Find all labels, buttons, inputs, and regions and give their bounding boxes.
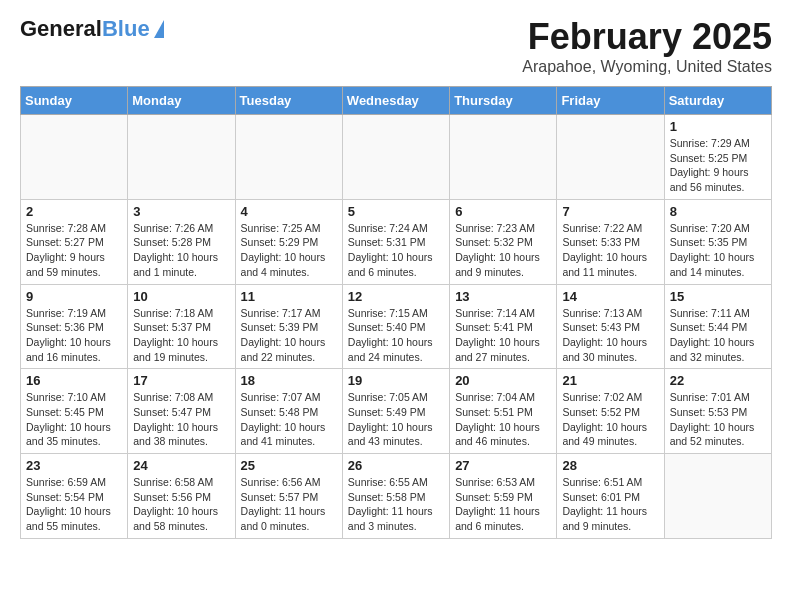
logo-general: General	[20, 16, 102, 42]
logo: General Blue	[20, 16, 164, 42]
calendar-cell-0-6: 1Sunrise: 7:29 AM Sunset: 5:25 PM Daylig…	[664, 115, 771, 200]
calendar-cell-2-1: 10Sunrise: 7:18 AM Sunset: 5:37 PM Dayli…	[128, 284, 235, 369]
day-number-1-3: 5	[348, 204, 444, 219]
day-number-2-2: 11	[241, 289, 337, 304]
page-title: February 2025	[522, 16, 772, 58]
day-info-1-3: Sunrise: 7:24 AM Sunset: 5:31 PM Dayligh…	[348, 221, 444, 280]
day-number-2-4: 13	[455, 289, 551, 304]
calendar-cell-1-3: 5Sunrise: 7:24 AM Sunset: 5:31 PM Daylig…	[342, 199, 449, 284]
day-number-1-1: 3	[133, 204, 229, 219]
day-info-4-5: Sunrise: 6:51 AM Sunset: 6:01 PM Dayligh…	[562, 475, 658, 534]
calendar-cell-4-0: 23Sunrise: 6:59 AM Sunset: 5:54 PM Dayli…	[21, 454, 128, 539]
header-wednesday: Wednesday	[342, 87, 449, 115]
day-info-1-2: Sunrise: 7:25 AM Sunset: 5:29 PM Dayligh…	[241, 221, 337, 280]
day-info-3-3: Sunrise: 7:05 AM Sunset: 5:49 PM Dayligh…	[348, 390, 444, 449]
day-number-4-5: 28	[562, 458, 658, 473]
calendar-cell-0-3	[342, 115, 449, 200]
calendar-cell-3-5: 21Sunrise: 7:02 AM Sunset: 5:52 PM Dayli…	[557, 369, 664, 454]
calendar-cell-4-1: 24Sunrise: 6:58 AM Sunset: 5:56 PM Dayli…	[128, 454, 235, 539]
title-block: February 2025 Arapahoe, Wyoming, United …	[522, 16, 772, 76]
header-saturday: Saturday	[664, 87, 771, 115]
day-number-4-1: 24	[133, 458, 229, 473]
day-info-1-6: Sunrise: 7:20 AM Sunset: 5:35 PM Dayligh…	[670, 221, 766, 280]
calendar-cell-1-6: 8Sunrise: 7:20 AM Sunset: 5:35 PM Daylig…	[664, 199, 771, 284]
calendar-cell-2-5: 14Sunrise: 7:13 AM Sunset: 5:43 PM Dayli…	[557, 284, 664, 369]
day-number-4-0: 23	[26, 458, 122, 473]
calendar-cell-4-6	[664, 454, 771, 539]
calendar-cell-3-2: 18Sunrise: 7:07 AM Sunset: 5:48 PM Dayli…	[235, 369, 342, 454]
day-info-1-5: Sunrise: 7:22 AM Sunset: 5:33 PM Dayligh…	[562, 221, 658, 280]
day-info-4-1: Sunrise: 6:58 AM Sunset: 5:56 PM Dayligh…	[133, 475, 229, 534]
calendar-cell-1-2: 4Sunrise: 7:25 AM Sunset: 5:29 PM Daylig…	[235, 199, 342, 284]
calendar-cell-1-0: 2Sunrise: 7:28 AM Sunset: 5:27 PM Daylig…	[21, 199, 128, 284]
day-number-1-6: 8	[670, 204, 766, 219]
day-number-1-5: 7	[562, 204, 658, 219]
day-number-1-0: 2	[26, 204, 122, 219]
calendar-cell-0-0	[21, 115, 128, 200]
day-info-3-2: Sunrise: 7:07 AM Sunset: 5:48 PM Dayligh…	[241, 390, 337, 449]
day-info-3-5: Sunrise: 7:02 AM Sunset: 5:52 PM Dayligh…	[562, 390, 658, 449]
day-number-2-5: 14	[562, 289, 658, 304]
week-row-4: 23Sunrise: 6:59 AM Sunset: 5:54 PM Dayli…	[21, 454, 772, 539]
calendar-cell-2-4: 13Sunrise: 7:14 AM Sunset: 5:41 PM Dayli…	[450, 284, 557, 369]
week-row-0: 1Sunrise: 7:29 AM Sunset: 5:25 PM Daylig…	[21, 115, 772, 200]
day-number-3-5: 21	[562, 373, 658, 388]
day-info-1-1: Sunrise: 7:26 AM Sunset: 5:28 PM Dayligh…	[133, 221, 229, 280]
calendar-cell-4-5: 28Sunrise: 6:51 AM Sunset: 6:01 PM Dayli…	[557, 454, 664, 539]
calendar-cell-0-2	[235, 115, 342, 200]
day-info-2-1: Sunrise: 7:18 AM Sunset: 5:37 PM Dayligh…	[133, 306, 229, 365]
day-number-3-3: 19	[348, 373, 444, 388]
day-number-3-4: 20	[455, 373, 551, 388]
day-info-4-0: Sunrise: 6:59 AM Sunset: 5:54 PM Dayligh…	[26, 475, 122, 534]
page-subtitle: Arapahoe, Wyoming, United States	[522, 58, 772, 76]
day-info-2-0: Sunrise: 7:19 AM Sunset: 5:36 PM Dayligh…	[26, 306, 122, 365]
calendar-cell-0-1	[128, 115, 235, 200]
day-info-2-4: Sunrise: 7:14 AM Sunset: 5:41 PM Dayligh…	[455, 306, 551, 365]
day-info-4-4: Sunrise: 6:53 AM Sunset: 5:59 PM Dayligh…	[455, 475, 551, 534]
header-monday: Monday	[128, 87, 235, 115]
week-row-3: 16Sunrise: 7:10 AM Sunset: 5:45 PM Dayli…	[21, 369, 772, 454]
calendar-cell-3-3: 19Sunrise: 7:05 AM Sunset: 5:49 PM Dayli…	[342, 369, 449, 454]
day-number-2-0: 9	[26, 289, 122, 304]
weekday-header-row: Sunday Monday Tuesday Wednesday Thursday…	[21, 87, 772, 115]
day-info-4-2: Sunrise: 6:56 AM Sunset: 5:57 PM Dayligh…	[241, 475, 337, 534]
calendar-cell-4-3: 26Sunrise: 6:55 AM Sunset: 5:58 PM Dayli…	[342, 454, 449, 539]
day-info-3-0: Sunrise: 7:10 AM Sunset: 5:45 PM Dayligh…	[26, 390, 122, 449]
day-info-0-6: Sunrise: 7:29 AM Sunset: 5:25 PM Dayligh…	[670, 136, 766, 195]
calendar-cell-2-6: 15Sunrise: 7:11 AM Sunset: 5:44 PM Dayli…	[664, 284, 771, 369]
day-number-2-3: 12	[348, 289, 444, 304]
day-info-1-0: Sunrise: 7:28 AM Sunset: 5:27 PM Dayligh…	[26, 221, 122, 280]
calendar-cell-3-4: 20Sunrise: 7:04 AM Sunset: 5:51 PM Dayli…	[450, 369, 557, 454]
day-info-2-2: Sunrise: 7:17 AM Sunset: 5:39 PM Dayligh…	[241, 306, 337, 365]
day-number-0-6: 1	[670, 119, 766, 134]
day-number-4-3: 26	[348, 458, 444, 473]
day-info-2-5: Sunrise: 7:13 AM Sunset: 5:43 PM Dayligh…	[562, 306, 658, 365]
page-container: General Blue February 2025 Arapahoe, Wyo…	[0, 0, 792, 559]
week-row-1: 2Sunrise: 7:28 AM Sunset: 5:27 PM Daylig…	[21, 199, 772, 284]
logo-blue: Blue	[102, 16, 150, 42]
day-info-1-4: Sunrise: 7:23 AM Sunset: 5:32 PM Dayligh…	[455, 221, 551, 280]
page-header: General Blue February 2025 Arapahoe, Wyo…	[20, 16, 772, 76]
calendar-cell-4-4: 27Sunrise: 6:53 AM Sunset: 5:59 PM Dayli…	[450, 454, 557, 539]
day-number-3-0: 16	[26, 373, 122, 388]
calendar-cell-1-1: 3Sunrise: 7:26 AM Sunset: 5:28 PM Daylig…	[128, 199, 235, 284]
day-number-4-4: 27	[455, 458, 551, 473]
day-info-3-6: Sunrise: 7:01 AM Sunset: 5:53 PM Dayligh…	[670, 390, 766, 449]
day-number-3-1: 17	[133, 373, 229, 388]
day-info-4-3: Sunrise: 6:55 AM Sunset: 5:58 PM Dayligh…	[348, 475, 444, 534]
logo-triangle-icon	[154, 20, 164, 38]
calendar-cell-1-5: 7Sunrise: 7:22 AM Sunset: 5:33 PM Daylig…	[557, 199, 664, 284]
day-number-1-4: 6	[455, 204, 551, 219]
day-info-3-1: Sunrise: 7:08 AM Sunset: 5:47 PM Dayligh…	[133, 390, 229, 449]
day-number-2-1: 10	[133, 289, 229, 304]
day-number-3-6: 22	[670, 373, 766, 388]
calendar-cell-0-5	[557, 115, 664, 200]
calendar-cell-3-1: 17Sunrise: 7:08 AM Sunset: 5:47 PM Dayli…	[128, 369, 235, 454]
calendar-cell-1-4: 6Sunrise: 7:23 AM Sunset: 5:32 PM Daylig…	[450, 199, 557, 284]
day-number-1-2: 4	[241, 204, 337, 219]
header-tuesday: Tuesday	[235, 87, 342, 115]
header-sunday: Sunday	[21, 87, 128, 115]
day-info-2-6: Sunrise: 7:11 AM Sunset: 5:44 PM Dayligh…	[670, 306, 766, 365]
calendar-cell-2-0: 9Sunrise: 7:19 AM Sunset: 5:36 PM Daylig…	[21, 284, 128, 369]
day-info-2-3: Sunrise: 7:15 AM Sunset: 5:40 PM Dayligh…	[348, 306, 444, 365]
